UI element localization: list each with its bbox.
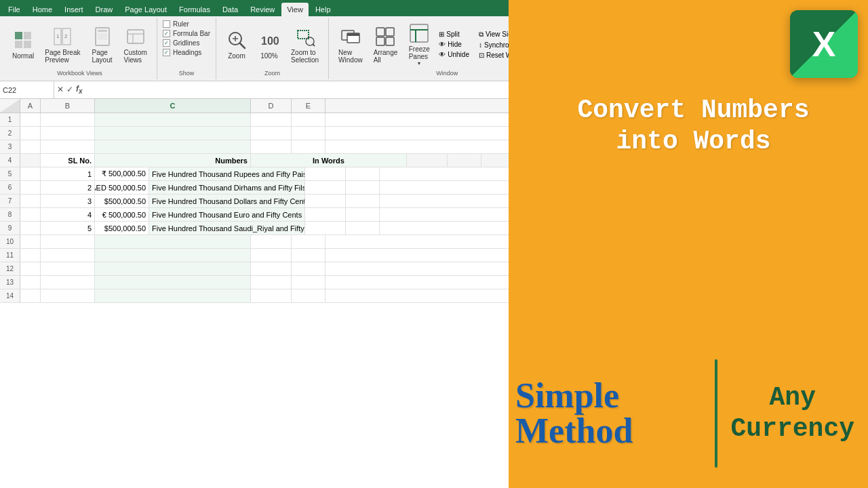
col-header-b[interactable]: B <box>41 99 95 113</box>
tab-home[interactable]: Home <box>27 3 58 16</box>
cell-words[interactable]: Five Hundred Thousand Euro and Fifty Cen… <box>149 208 305 221</box>
cell[interactable] <box>251 276 292 289</box>
cell-numbers-header[interactable]: Numbers <box>95 154 251 167</box>
tab-draw[interactable]: Draw <box>90 3 119 16</box>
split-button[interactable]: ⊞ Split <box>437 30 471 39</box>
freeze-panes-button[interactable]: FreezePanes ▾ <box>404 20 434 68</box>
tab-page-layout[interactable]: Page Layout <box>119 3 172 16</box>
cell[interactable] <box>292 262 326 275</box>
tab-insert[interactable]: Insert <box>59 3 89 16</box>
cell[interactable] <box>20 195 41 207</box>
tab-review[interactable]: Review <box>245 3 280 16</box>
cell[interactable] <box>292 140 326 153</box>
cell[interactable] <box>20 140 41 153</box>
cell[interactable] <box>95 249 251 262</box>
formula-bar-checkbox[interactable]: ✓ Formula Bar <box>163 30 210 37</box>
cell[interactable]: 5 <box>41 222 95 235</box>
col-header-a[interactable]: A <box>20 99 41 113</box>
cell[interactable] <box>346 181 380 194</box>
cell[interactable] <box>20 154 41 167</box>
cell-words[interactable]: Five Hundred Thousand Dollars and Fifty … <box>149 195 305 207</box>
cell[interactable] <box>251 262 292 275</box>
col-header-e[interactable]: E <box>292 99 326 113</box>
cell-words[interactable]: Five Hundred Thousand Rupees and Fifty P… <box>149 167 305 180</box>
cell[interactable] <box>20 249 41 262</box>
cell[interactable] <box>292 249 326 262</box>
name-box[interactable]: C22 <box>0 81 54 98</box>
tab-data[interactable]: Data <box>217 3 243 16</box>
cell[interactable] <box>448 154 481 167</box>
ruler-checkbox[interactable]: Ruler <box>163 20 210 28</box>
headings-checkbox[interactable]: ✓ Headings <box>163 49 210 56</box>
cell[interactable] <box>346 167 380 180</box>
page-break-preview-button[interactable]: 1 2 Page BreakPreview <box>41 24 84 66</box>
cell[interactable] <box>41 262 95 275</box>
cell-number[interactable]: $500,000.50 <box>95 222 149 235</box>
page-layout-button[interactable]: PageLayout <box>87 24 117 66</box>
zoom-100-button[interactable]: 100% 100% <box>254 27 284 62</box>
cell[interactable]: 3 <box>41 195 95 207</box>
cell[interactable] <box>251 289 292 302</box>
cell[interactable] <box>41 235 95 248</box>
cell[interactable] <box>305 195 346 207</box>
cell[interactable] <box>95 289 251 302</box>
cell[interactable] <box>20 289 41 302</box>
cancel-icon[interactable]: ✕ <box>57 85 64 94</box>
cell[interactable] <box>20 222 41 235</box>
cell[interactable] <box>305 181 346 194</box>
cell-number[interactable]: € 500,000.50 <box>95 208 149 221</box>
cell[interactable] <box>346 222 380 235</box>
cell[interactable] <box>407 154 448 167</box>
cell[interactable]: SL No. <box>41 154 95 167</box>
zoom-selection-button[interactable]: Zoom toSelection <box>287 24 323 66</box>
cell-number[interactable]: AED 500,000.50 <box>95 181 149 194</box>
col-header-c[interactable]: C <box>95 99 251 113</box>
unhide-button[interactable]: 👁 Unhide <box>437 50 471 59</box>
cell[interactable] <box>95 113 251 126</box>
cell[interactable] <box>251 249 292 262</box>
cell[interactable] <box>20 127 41 140</box>
cell[interactable] <box>41 249 95 262</box>
cell[interactable] <box>41 140 95 153</box>
cell[interactable] <box>292 276 326 289</box>
cell[interactable] <box>20 181 41 194</box>
col-header-d[interactable]: D <box>251 99 292 113</box>
cell[interactable] <box>346 208 380 221</box>
cell[interactable] <box>20 113 41 126</box>
cell[interactable]: 1 <box>41 167 95 180</box>
confirm-icon[interactable]: ✓ <box>66 85 73 94</box>
hide-button[interactable]: 👁 Hide <box>437 40 471 49</box>
cell[interactable] <box>292 289 326 302</box>
cell-number[interactable]: ₹ 500,000.50 <box>95 167 149 180</box>
zoom-button[interactable]: Zoom <box>222 27 252 62</box>
cell-words[interactable]: Five Hundred Thousand Saudi_Riyal and Fi… <box>149 222 305 235</box>
tab-file[interactable]: File <box>3 3 26 16</box>
cell[interactable] <box>251 140 292 153</box>
normal-view-button[interactable]: Normal <box>8 27 38 62</box>
cell[interactable] <box>305 208 346 221</box>
cell[interactable] <box>305 222 346 235</box>
custom-views-button[interactable]: CustomViews <box>120 24 151 66</box>
cell[interactable] <box>95 276 251 289</box>
cell[interactable] <box>292 113 326 126</box>
cell[interactable] <box>292 127 326 140</box>
cell[interactable] <box>305 167 346 180</box>
cell[interactable]: 2 <box>41 181 95 194</box>
cell[interactable] <box>251 113 292 126</box>
cell[interactable] <box>95 262 251 275</box>
cell[interactable] <box>251 235 292 248</box>
cell[interactable] <box>20 235 41 248</box>
cell-in-words-header[interactable]: In Words <box>251 154 407 167</box>
tab-view[interactable]: View <box>281 3 309 16</box>
tab-help[interactable]: Help <box>310 3 336 16</box>
arrange-all-button[interactable]: ArrangeAll <box>370 24 402 66</box>
cell[interactable] <box>41 113 95 126</box>
cell[interactable] <box>251 127 292 140</box>
formula-input[interactable] <box>85 86 509 94</box>
cell[interactable] <box>346 195 380 207</box>
cell[interactable] <box>20 262 41 275</box>
cell[interactable] <box>41 127 95 140</box>
cell[interactable] <box>41 289 95 302</box>
cell[interactable] <box>20 167 41 180</box>
cell[interactable] <box>292 235 326 248</box>
